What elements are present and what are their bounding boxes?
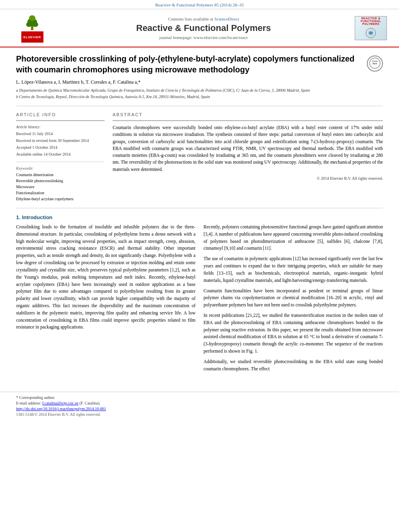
- divider-1: [16, 106, 383, 106]
- available-row: Available online 14 October 2014: [16, 152, 105, 157]
- journal-title-area: Contents lists available at ScienceDirec…: [56, 16, 351, 40]
- svg-point-3: [33, 22, 38, 27]
- journal-logo-right: REACTIVE & FUNCTIONAL POLYMERS: [351, 16, 391, 40]
- license-line: 1381-5148/© 2014 Elsevier B.V. All right…: [16, 412, 383, 417]
- article-history-box: Article history: Received 11 July 2014 R…: [16, 120, 105, 162]
- article-title-section: Photoreversible crosslinking of poly-(et…: [16, 53, 383, 75]
- abstract-text: Coumarin chromophores were successfully …: [113, 124, 383, 173]
- journal-reference-bar: Reactive & Functional Polymers 85 (2014)…: [0, 0, 399, 9]
- intro-section: 1. Introduction Crosslinking leads to th…: [16, 214, 383, 376]
- article-info-column: ARTICLE INFO Article history: Received 1…: [16, 112, 105, 202]
- keyword-1: Coumarin dimerization: [16, 172, 105, 178]
- affiliation-b: b Centro de Tecnología, Repsol, Direcció…: [16, 94, 383, 100]
- keywords-section: Keywords: Coumarin dimerization Reversib…: [16, 166, 105, 202]
- intro-left-col: Crosslinking leads to the formation of i…: [16, 224, 195, 376]
- received-row: Received 11 July 2014: [16, 131, 105, 137]
- history-title: Article history:: [16, 125, 41, 129]
- received-revised-row: Received in revised form 30 September 20…: [16, 138, 105, 144]
- keyword-4: Functionalization: [16, 190, 105, 196]
- doi-line: http://dx.doi.org/10.1016/j.reactfuncpol…: [16, 407, 383, 411]
- publisher-logo-area: ELSEVIER: [8, 13, 56, 43]
- journal-title: Reactive & Functional Polymers: [56, 23, 351, 33]
- elsevier-logo-text: ELSEVIER: [23, 35, 41, 39]
- section-number: 1.: [16, 214, 21, 220]
- email-link[interactable]: f.catalina@ictp.csic.es: [42, 401, 78, 405]
- article-title: Photoreversible crosslinking of poly-(et…: [16, 53, 363, 75]
- section-title: Introduction: [22, 214, 52, 220]
- intro-body-cols: Crosslinking leads to the formation of i…: [16, 224, 383, 376]
- abstract-label: ABSTRACT: [113, 112, 383, 117]
- article-content: Photoreversible crosslinking of poly-(et…: [0, 47, 399, 384]
- affiliations: a Departamento de Química Macromolecular…: [16, 88, 383, 100]
- accepted-row: Accepted 1 October 2014: [16, 145, 105, 150]
- intro-heading: 1. Introduction: [16, 214, 383, 220]
- journal-ref-text: Reactive & Functional Polymers 85 (2014)…: [155, 2, 244, 7]
- intro-right-para-5: Additionally, we studied reversible phot…: [204, 358, 383, 373]
- crossmark-icon: Cross Mark: [369, 58, 380, 69]
- keyword-3: Microwave: [16, 184, 105, 190]
- keyword-5: Ethylene-butyl acrylate copolymers: [16, 196, 105, 202]
- article-info-label: ARTICLE INFO: [16, 112, 105, 117]
- keywords-label: Keywords:: [16, 166, 105, 170]
- intro-right-para-4: In recent publications [21,22], we studi…: [204, 312, 383, 355]
- email-suffix: (F. Catalina).: [79, 401, 100, 405]
- journal-header: ELSEVIER Contents lists available at Sci…: [0, 9, 399, 47]
- intro-para-1: Crosslinking leads to the formation of i…: [16, 224, 195, 331]
- journal-logo-label: REACTIVE & FUNCTIONAL POLYMERS: [357, 17, 385, 25]
- corresponding-author: * Corresponding author.: [16, 395, 383, 400]
- copyright-line: © 2014 Elsevier B.V. All rights reserved…: [113, 176, 383, 181]
- sciencedirect-anchor[interactable]: ScienceDirect: [214, 16, 239, 21]
- svg-text:Mark: Mark: [372, 62, 377, 65]
- crossmark-badge[interactable]: Cross Mark: [367, 55, 383, 72]
- intro-right-col: Recently, polymers containing photosensi…: [204, 224, 383, 376]
- elsevier-logo-box: ELSEVIER: [21, 31, 43, 43]
- intro-right-para-1: Recently, polymers containing photosensi…: [204, 224, 383, 252]
- sciencedirect-link: Contents lists available at ScienceDirec…: [56, 16, 351, 21]
- intro-right-para-3: Coumarin functionalities have been incor…: [204, 288, 383, 309]
- authors-line: L. López-Vilanova a, I. Martinez b, T. C…: [16, 79, 383, 85]
- corresponding-label: * Corresponding author.: [16, 395, 55, 400]
- abstract-column: ABSTRACT Coumarin chromophores were succ…: [113, 112, 383, 202]
- journal-homepage: journal homepage: www.elsevier.com/locat…: [56, 35, 351, 40]
- svg-point-4: [29, 15, 35, 21]
- email-line: E-mail address: f.catalina@ictp.csic.es …: [16, 401, 383, 405]
- history-label: Article history:: [16, 124, 105, 130]
- intro-right-para-2: The use of coumarins in polymeric applic…: [204, 255, 383, 284]
- affiliation-a: a Departamento de Química Macromolecular…: [16, 88, 383, 93]
- email-label: E-mail address:: [16, 401, 41, 405]
- article-footer: * Corresponding author. E-mail address: …: [0, 392, 399, 417]
- journal-cover-image: REACTIVE & FUNCTIONAL POLYMERS: [355, 16, 387, 40]
- abstract-box: Coumarin chromophores were successfully …: [113, 120, 383, 181]
- keyword-2: Reversible photocrosslinking: [16, 178, 105, 184]
- article-meta-section: ARTICLE INFO Article history: Received 1…: [16, 112, 383, 202]
- doi-link[interactable]: http://dx.doi.org/10.1016/j.reactfuncpol…: [16, 407, 106, 411]
- divider-2: [16, 208, 383, 208]
- svg-point-2: [26, 22, 32, 27]
- elsevier-tree-icon: [22, 13, 42, 31]
- journal-cover-graphic: [361, 27, 381, 39]
